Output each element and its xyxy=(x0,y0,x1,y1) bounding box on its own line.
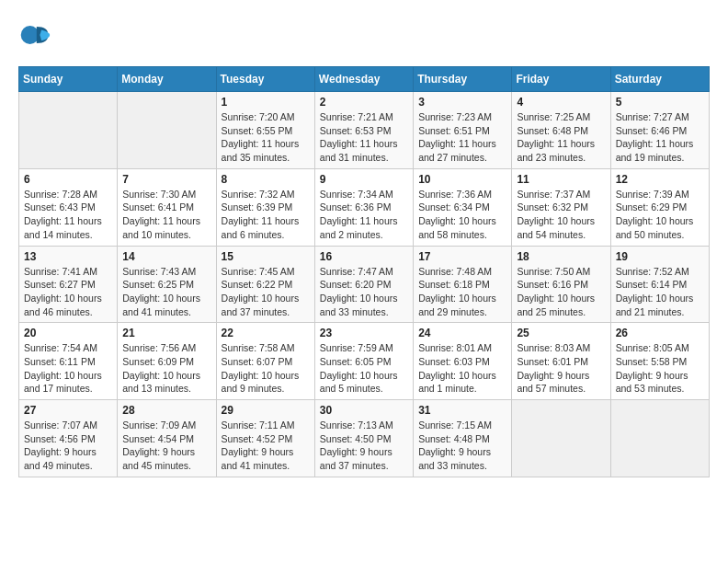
day-info: Sunrise: 7:11 AMSunset: 4:52 PMDaylight:… xyxy=(222,419,310,473)
calendar-cell: 8 Sunrise: 7:32 AMSunset: 6:39 PMDayligh… xyxy=(216,168,314,246)
page-header xyxy=(18,18,710,52)
day-info: Sunrise: 7:36 AMSunset: 6:34 PMDaylight:… xyxy=(418,188,506,242)
day-number: 20 xyxy=(24,327,112,339)
day-number: 8 xyxy=(222,173,310,186)
day-info: Sunrise: 7:34 AMSunset: 6:36 PMDaylight:… xyxy=(320,188,408,242)
calendar-cell: 13 Sunrise: 7:41 AMSunset: 6:27 PMDaylig… xyxy=(19,246,118,323)
day-number: 5 xyxy=(616,96,704,109)
calendar-cell: 19 Sunrise: 7:52 AMSunset: 6:14 PMDaylig… xyxy=(610,246,709,323)
day-info: Sunrise: 7:52 AMSunset: 6:14 PMDaylight:… xyxy=(616,265,704,319)
day-number: 16 xyxy=(320,250,408,263)
day-number: 15 xyxy=(222,250,310,263)
day-info: Sunrise: 7:28 AMSunset: 6:43 PMDaylight:… xyxy=(24,188,112,242)
day-info: Sunrise: 7:27 AMSunset: 6:46 PMDaylight:… xyxy=(616,110,704,165)
weekday-header-tuesday: Tuesday xyxy=(216,67,314,92)
day-number: 12 xyxy=(616,173,704,186)
calendar-cell: 21 Sunrise: 7:56 AMSunset: 6:09 PMDaylig… xyxy=(118,323,216,400)
day-info: Sunrise: 7:50 AMSunset: 6:16 PMDaylight:… xyxy=(517,265,605,319)
day-info: Sunrise: 8:01 AMSunset: 6:03 PMDaylight:… xyxy=(418,341,506,396)
day-info: Sunrise: 7:45 AMSunset: 6:22 PMDaylight:… xyxy=(222,265,310,319)
day-info: Sunrise: 8:05 AMSunset: 5:58 PMDaylight:… xyxy=(616,341,704,396)
day-info: Sunrise: 7:09 AMSunset: 4:54 PMDaylight:… xyxy=(122,419,210,473)
calendar-cell: 1 Sunrise: 7:20 AMSunset: 6:55 PMDayligh… xyxy=(216,92,314,169)
calendar-cell: 24 Sunrise: 8:01 AMSunset: 6:03 PMDaylig… xyxy=(414,323,512,400)
day-number: 22 xyxy=(222,327,310,339)
day-number: 31 xyxy=(418,404,506,417)
calendar-cell: 31 Sunrise: 7:15 AMSunset: 4:48 PMDaylig… xyxy=(414,400,512,477)
day-info: Sunrise: 7:47 AMSunset: 6:20 PMDaylight:… xyxy=(320,265,408,319)
day-number: 21 xyxy=(122,327,210,339)
calendar-cell xyxy=(118,92,216,169)
week-row-4: 20 Sunrise: 7:54 AMSunset: 6:11 PMDaylig… xyxy=(19,323,710,400)
calendar-cell: 15 Sunrise: 7:45 AMSunset: 6:22 PMDaylig… xyxy=(216,246,314,323)
day-number: 3 xyxy=(418,96,506,109)
svg-point-0 xyxy=(21,26,40,44)
calendar-cell: 16 Sunrise: 7:47 AMSunset: 6:20 PMDaylig… xyxy=(314,246,413,323)
day-info: Sunrise: 7:07 AMSunset: 4:56 PMDaylight:… xyxy=(24,419,112,473)
day-info: Sunrise: 7:48 AMSunset: 6:18 PMDaylight:… xyxy=(418,265,506,319)
calendar-cell: 28 Sunrise: 7:09 AMSunset: 4:54 PMDaylig… xyxy=(118,400,216,477)
day-info: Sunrise: 7:20 AMSunset: 6:55 PMDaylight:… xyxy=(222,110,310,165)
day-number: 19 xyxy=(616,250,704,263)
day-info: Sunrise: 7:37 AMSunset: 6:32 PMDaylight:… xyxy=(517,188,605,242)
day-number: 28 xyxy=(122,404,210,417)
calendar-cell: 5 Sunrise: 7:27 AMSunset: 6:46 PMDayligh… xyxy=(610,92,709,169)
day-number: 27 xyxy=(24,404,112,417)
day-info: Sunrise: 7:25 AMSunset: 6:48 PMDaylight:… xyxy=(517,110,605,165)
calendar-cell: 11 Sunrise: 7:37 AMSunset: 6:32 PMDaylig… xyxy=(512,168,610,246)
calendar-body: 1 Sunrise: 7:20 AMSunset: 6:55 PMDayligh… xyxy=(19,92,710,477)
calendar-cell: 17 Sunrise: 7:48 AMSunset: 6:18 PMDaylig… xyxy=(414,246,512,323)
day-info: Sunrise: 7:54 AMSunset: 6:11 PMDaylight:… xyxy=(24,341,112,396)
weekday-header-sunday: Sunday xyxy=(19,67,118,92)
day-number: 26 xyxy=(616,327,704,339)
day-number: 2 xyxy=(320,96,408,109)
calendar-cell xyxy=(19,92,118,169)
calendar-cell: 14 Sunrise: 7:43 AMSunset: 6:25 PMDaylig… xyxy=(118,246,216,323)
calendar-cell: 2 Sunrise: 7:21 AMSunset: 6:53 PMDayligh… xyxy=(314,92,413,169)
day-number: 23 xyxy=(320,327,408,339)
calendar-header: SundayMondayTuesdayWednesdayThursdayFrid… xyxy=(19,67,710,92)
weekday-row: SundayMondayTuesdayWednesdayThursdayFrid… xyxy=(19,67,710,92)
day-info: Sunrise: 7:58 AMSunset: 6:07 PMDaylight:… xyxy=(222,341,310,396)
calendar-cell: 26 Sunrise: 8:05 AMSunset: 5:58 PMDaylig… xyxy=(610,323,709,400)
logo-icon xyxy=(18,18,51,52)
day-number: 14 xyxy=(122,250,210,263)
calendar-cell: 6 Sunrise: 7:28 AMSunset: 6:43 PMDayligh… xyxy=(19,168,118,246)
day-info: Sunrise: 8:03 AMSunset: 6:01 PMDaylight:… xyxy=(517,341,605,396)
day-info: Sunrise: 7:41 AMSunset: 6:27 PMDaylight:… xyxy=(24,265,112,319)
day-number: 29 xyxy=(222,404,310,417)
calendar-cell: 25 Sunrise: 8:03 AMSunset: 6:01 PMDaylig… xyxy=(512,323,610,400)
calendar-cell: 18 Sunrise: 7:50 AMSunset: 6:16 PMDaylig… xyxy=(512,246,610,323)
day-info: Sunrise: 7:30 AMSunset: 6:41 PMDaylight:… xyxy=(122,188,210,242)
weekday-header-thursday: Thursday xyxy=(414,67,512,92)
day-number: 24 xyxy=(418,327,506,339)
calendar-cell: 27 Sunrise: 7:07 AMSunset: 4:56 PMDaylig… xyxy=(19,400,118,477)
calendar-table: SundayMondayTuesdayWednesdayThursdayFrid… xyxy=(18,66,710,477)
weekday-header-saturday: Saturday xyxy=(610,67,709,92)
day-number: 7 xyxy=(122,173,210,186)
day-info: Sunrise: 7:39 AMSunset: 6:29 PMDaylight:… xyxy=(616,188,704,242)
logo xyxy=(18,18,57,52)
calendar-cell: 29 Sunrise: 7:11 AMSunset: 4:52 PMDaylig… xyxy=(216,400,314,477)
day-info: Sunrise: 7:15 AMSunset: 4:48 PMDaylight:… xyxy=(418,419,506,473)
day-number: 18 xyxy=(517,250,605,263)
day-info: Sunrise: 7:32 AMSunset: 6:39 PMDaylight:… xyxy=(222,188,310,242)
calendar-cell: 30 Sunrise: 7:13 AMSunset: 4:50 PMDaylig… xyxy=(314,400,413,477)
week-row-3: 13 Sunrise: 7:41 AMSunset: 6:27 PMDaylig… xyxy=(19,246,710,323)
day-number: 10 xyxy=(418,173,506,186)
day-number: 25 xyxy=(517,327,605,339)
weekday-header-monday: Monday xyxy=(118,67,216,92)
day-number: 17 xyxy=(418,250,506,263)
day-number: 9 xyxy=(320,173,408,186)
calendar-cell: 9 Sunrise: 7:34 AMSunset: 6:36 PMDayligh… xyxy=(314,168,413,246)
day-info: Sunrise: 7:56 AMSunset: 6:09 PMDaylight:… xyxy=(122,341,210,396)
day-number: 11 xyxy=(517,173,605,186)
day-info: Sunrise: 7:13 AMSunset: 4:50 PMDaylight:… xyxy=(320,419,408,473)
day-number: 6 xyxy=(24,173,112,186)
calendar-cell: 10 Sunrise: 7:36 AMSunset: 6:34 PMDaylig… xyxy=(414,168,512,246)
day-number: 1 xyxy=(222,96,310,109)
week-row-5: 27 Sunrise: 7:07 AMSunset: 4:56 PMDaylig… xyxy=(19,400,710,477)
weekday-header-wednesday: Wednesday xyxy=(314,67,413,92)
day-info: Sunrise: 7:21 AMSunset: 6:53 PMDaylight:… xyxy=(320,110,408,165)
calendar-cell xyxy=(512,400,610,477)
